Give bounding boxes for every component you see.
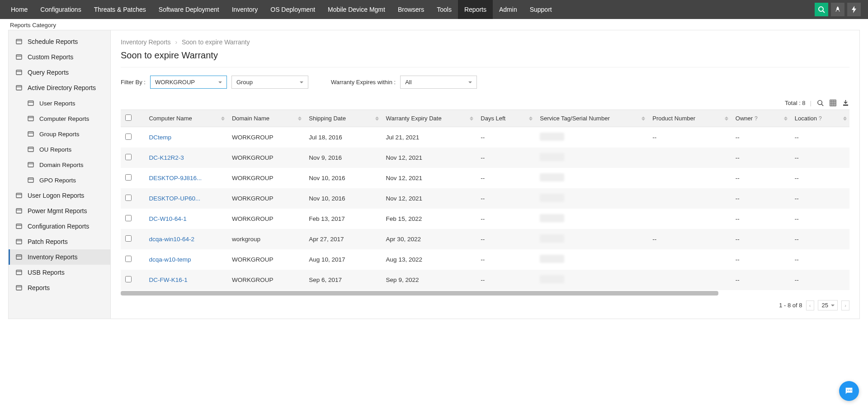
sort-icon[interactable] <box>375 114 379 122</box>
export-icon[interactable] <box>841 99 849 107</box>
cell-computer-name[interactable]: DESKTOP-UP60... <box>144 188 227 209</box>
col-product-number[interactable]: Product Number <box>648 110 731 127</box>
col-computer-name[interactable]: Computer Name <box>144 110 227 127</box>
cell-computer-name[interactable]: DC-K12R2-3 <box>144 148 227 168</box>
nav-configurations[interactable]: Configurations <box>34 0 87 19</box>
sidebar-item-computer-reports[interactable]: Computer Reports <box>9 111 110 126</box>
sidebar-item-label: Power Mgmt Reports <box>28 207 87 215</box>
total-count: Total : 8 <box>785 100 806 106</box>
row-checkbox[interactable] <box>125 256 132 262</box>
sort-icon[interactable] <box>725 114 728 122</box>
table-search-icon[interactable] <box>816 99 824 107</box>
sidebar-item-gpo-reports[interactable]: GPO Reports <box>9 172 110 188</box>
svg-line-1 <box>823 11 825 13</box>
cell-computer-name[interactable]: dcqa-w10-temp <box>144 249 227 270</box>
sort-icon[interactable] <box>529 114 533 122</box>
pager-range: 1 - 8 of 8 <box>779 302 802 309</box>
help-icon[interactable]: ? <box>755 115 758 122</box>
col-checkbox[interactable] <box>121 110 144 127</box>
sidebar-item-ou-reports[interactable]: OU Reports <box>9 142 110 157</box>
nav-software-deployment[interactable]: Software Deployment <box>152 0 226 19</box>
col-shipping-date[interactable]: Shipping Date <box>304 110 381 127</box>
cell-computer-name[interactable]: DCtemp <box>144 127 227 148</box>
row-checkbox[interactable] <box>125 174 132 181</box>
col-service-tag-serial-number[interactable]: Service Tag/Serial Number <box>535 110 648 127</box>
cell-serial <box>535 270 648 290</box>
sort-icon[interactable] <box>221 114 225 122</box>
col-owner[interactable]: Owner? <box>731 110 790 127</box>
cell-location: -- <box>790 127 849 148</box>
sort-icon[interactable] <box>642 114 645 122</box>
nav-browsers[interactable]: Browsers <box>392 0 430 19</box>
nav-threats-patches[interactable]: Threats & Patches <box>88 0 152 19</box>
row-checkbox[interactable] <box>125 235 132 242</box>
sidebar-item-inventory-reports[interactable]: Inventory Reports <box>9 249 110 265</box>
sidebar-item-active-directory-reports[interactable]: Active Directory Reports <box>9 80 110 95</box>
sort-icon[interactable] <box>470 114 473 122</box>
sidebar-item-domain-reports[interactable]: Domain Reports <box>9 157 110 172</box>
cell-product: -- <box>648 229 731 249</box>
filter-by-select[interactable]: WORKGROUP <box>150 76 227 89</box>
cell-expiry: Sep 9, 2022 <box>382 270 476 290</box>
sidebar-item-user-reports[interactable]: User Reports <box>9 95 110 111</box>
sort-icon[interactable] <box>843 114 847 122</box>
cell-owner: -- <box>731 209 790 229</box>
row-checkbox[interactable] <box>125 195 132 201</box>
cell-computer-name[interactable]: dcqa-win10-64-2 <box>144 229 227 249</box>
row-checkbox[interactable] <box>125 133 132 140</box>
nav-reports[interactable]: Reports <box>458 0 493 19</box>
sort-icon[interactable] <box>784 114 788 122</box>
sort-icon[interactable] <box>298 114 302 122</box>
col-days-left[interactable]: Days Left <box>476 110 535 127</box>
sidebar-item-label: Domain Reports <box>39 162 84 168</box>
warranty-select[interactable]: All <box>400 76 477 89</box>
sidebar-item-configuration-reports[interactable]: Configuration Reports <box>9 219 110 234</box>
columns-icon[interactable] <box>829 99 837 107</box>
pager-prev[interactable]: ‹ <box>806 300 814 310</box>
svg-rect-30 <box>16 255 22 259</box>
sidebar-item-group-reports[interactable]: Group Reports <box>9 126 110 142</box>
nav-admin[interactable]: Admin <box>493 0 524 19</box>
row-checkbox[interactable] <box>125 215 132 221</box>
pager-next[interactable]: › <box>841 300 849 310</box>
col-domain-name[interactable]: Domain Name <box>227 110 304 127</box>
sidebar-item-patch-reports[interactable]: Patch Reports <box>9 234 110 249</box>
cell-shipping: Nov 9, 2016 <box>304 148 381 168</box>
sidebar-item-schedule-reports[interactable]: Schedule Reports <box>9 34 110 49</box>
col-location[interactable]: Location? <box>790 110 849 127</box>
content: Inventory Reports › Soon to expire Warra… <box>111 30 859 319</box>
data-table: Computer NameDomain NameShipping DateWar… <box>121 110 849 290</box>
horizontal-scrollbar[interactable] <box>121 291 718 296</box>
cell-computer-name[interactable]: DC-W10-64-1 <box>144 209 227 229</box>
page-size-value: 25 <box>822 302 828 309</box>
help-icon[interactable]: ? <box>819 115 822 122</box>
svg-rect-22 <box>16 193 22 198</box>
svg-rect-43 <box>843 105 848 106</box>
nav-inventory[interactable]: Inventory <box>226 0 264 19</box>
sidebar-item-query-reports[interactable]: Query Reports <box>9 65 110 80</box>
rocket-icon[interactable] <box>831 3 844 16</box>
filter-scope-select[interactable]: Group <box>231 76 308 89</box>
sidebar-item-power-mgmt-reports[interactable]: Power Mgmt Reports <box>9 203 110 219</box>
svg-rect-4 <box>16 55 22 59</box>
nav-os-deployment[interactable]: OS Deployment <box>264 0 321 19</box>
sidebar-item-user-logon-reports[interactable]: User Logon Reports <box>9 188 110 203</box>
nav-mobile-device-mgmt[interactable]: Mobile Device Mgmt <box>321 0 392 19</box>
select-all-checkbox[interactable] <box>125 114 132 121</box>
breadcrumb-parent[interactable]: Inventory Reports <box>121 38 171 46</box>
nav-home[interactable]: Home <box>5 0 34 19</box>
cell-computer-name[interactable]: DC-FW-K16-1 <box>144 270 227 290</box>
cell-computer-name[interactable]: DESKTOP-9J816... <box>144 168 227 188</box>
sidebar-item-usb-reports[interactable]: USB Reports <box>9 265 110 280</box>
nav-tools[interactable]: Tools <box>430 0 458 19</box>
nav-support[interactable]: Support <box>524 0 558 19</box>
page-size-select[interactable]: 25 <box>818 300 838 310</box>
row-checkbox[interactable] <box>125 154 132 160</box>
col-warranty-expiry-date[interactable]: Warranty Expiry Date <box>382 110 476 127</box>
bolt-icon[interactable] <box>847 3 861 16</box>
search-icon[interactable] <box>815 3 828 16</box>
sidebar-item-custom-reports[interactable]: Custom Reports <box>9 49 110 65</box>
sidebar-item-reports[interactable]: Reports <box>9 280 110 296</box>
row-checkbox[interactable] <box>125 276 132 282</box>
svg-rect-34 <box>16 286 22 290</box>
